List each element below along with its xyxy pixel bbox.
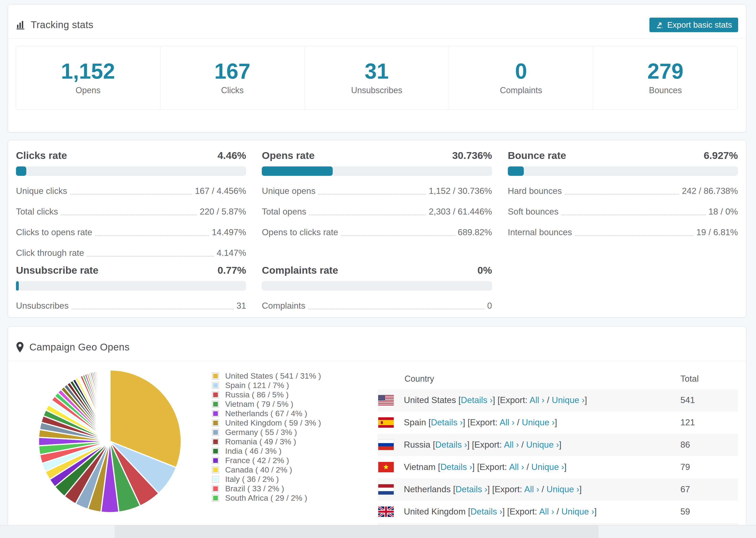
metric-row: Opens to clicks rate 689.82% [262, 227, 492, 238]
legend-item-germany[interactable]: Germany ( 55 / 3% ) [212, 428, 334, 437]
stat-label: Opens [16, 85, 160, 95]
metric-row: Unsubscribes 31 [16, 300, 246, 311]
export-unique-link[interactable]: Unique › [531, 462, 564, 472]
country-flag-icon [378, 440, 394, 450]
country-name: Russia [404, 440, 430, 450]
country-flag-icon [378, 484, 394, 495]
rate-title: Unsubscribe rate [16, 265, 98, 276]
total-cell: 59 [680, 507, 690, 517]
export-unique-link[interactable]: Unique › [526, 440, 559, 450]
export-unique-link[interactable]: Unique › [561, 507, 594, 516]
dotted-leader [341, 235, 455, 236]
rates-grid: Clicks rate 4.46% Unique clicks 167 / 4.… [16, 150, 738, 311]
progress-bar [508, 166, 738, 176]
details-link[interactable]: Details › [456, 484, 487, 494]
legend-label: United States ( 541 / 31% ) [225, 371, 321, 381]
scrollbar-thumb[interactable] [115, 525, 599, 538]
legend-item-france[interactable]: France ( 42 / 2% ) [212, 456, 334, 465]
header-title-group: Tracking stats [16, 19, 93, 30]
export-all-link[interactable]: All › [500, 418, 514, 427]
rate-value: 30.736% [452, 150, 492, 161]
legend-item-india[interactable]: India ( 46 / 3% ) [212, 447, 334, 456]
metric-label: Opens to clicks rate [262, 227, 338, 238]
stat-cell: 1,152 Opens [16, 47, 160, 109]
legend-item-netherlands[interactable]: Netherlands ( 67 / 4% ) [212, 409, 334, 418]
legend-item-spain[interactable]: Spain ( 121 / 7% ) [212, 381, 334, 390]
legend-item-russia[interactable]: Russia ( 86 / 5% ) [212, 390, 334, 400]
legend-swatch [212, 429, 219, 436]
export-all-link[interactable]: All › [504, 440, 519, 450]
country-name: United Kingdom [404, 507, 465, 516]
metric-value: 220 / 5.87% [200, 206, 246, 217]
legend-label: India ( 46 / 3% ) [225, 447, 282, 456]
legend-label: United Kingdom ( 59 / 3% ) [225, 418, 321, 427]
stat-value: 31 [305, 60, 449, 82]
stat-value: 0 [449, 60, 593, 82]
dotted-leader [87, 256, 214, 256]
column-header-country: Country [405, 374, 434, 384]
country-cell: Spain [Details ›] [Export:All › / Unique… [404, 418, 557, 427]
export-unique-link[interactable]: Unique › [552, 395, 585, 405]
export-basic-stats-button[interactable]: Export basic stats [649, 18, 738, 32]
stat-label: Bounces [593, 85, 737, 95]
country-name: Spain [404, 418, 426, 427]
rate-value: 4.46% [217, 150, 246, 161]
export-unique-link[interactable]: Unique › [522, 418, 555, 427]
details-link[interactable]: Details › [431, 418, 463, 427]
rate-panel: Bounce rate 6.927% Hard bounces 242 / 86… [508, 150, 738, 238]
stat-cell: 279 Bounces [593, 47, 737, 109]
export-all-link[interactable]: All › [529, 395, 544, 405]
metric-label: Complaints [262, 300, 305, 311]
legend-item-brazil[interactable]: Brazil ( 33 / 2% ) [212, 484, 334, 493]
metric-label: Total opens [262, 206, 306, 217]
metric-value: 31 [237, 300, 246, 311]
export-all-link[interactable]: All › [539, 507, 554, 516]
export-label: Export: [495, 484, 522, 494]
legend-item-south-africa[interactable]: South Africa ( 29 / 2% ) [212, 493, 334, 503]
legend-item-canada[interactable]: Canada ( 40 / 2% ) [212, 465, 334, 475]
progress-bar [16, 166, 246, 176]
horizontal-scrollbar[interactable] [0, 525, 756, 538]
stat-label: Unsubscribes [305, 85, 449, 95]
rate-title: Clicks rate [16, 150, 67, 161]
table-row-us: United States [Details ›] [Export:All › … [378, 389, 738, 411]
details-link[interactable]: Details › [461, 395, 493, 405]
rate-panel: Clicks rate 4.46% Unique clicks 167 / 4.… [16, 150, 246, 258]
legend-label: Netherlands ( 67 / 4% ) [225, 409, 307, 418]
legend-item-italy[interactable]: Italy ( 36 / 2% ) [212, 475, 334, 484]
metric-row: Unique clicks 167 / 4.456% [16, 186, 246, 196]
details-link[interactable]: Details › [470, 507, 503, 516]
rate-value: 0% [477, 265, 492, 276]
dotted-leader [309, 215, 426, 215]
section-title: Campaign Geo Opens [29, 342, 130, 353]
stat-value: 279 [593, 60, 737, 82]
export-all-link[interactable]: All › [524, 484, 539, 494]
details-link[interactable]: Details › [441, 462, 472, 472]
details-link[interactable]: Details › [435, 440, 467, 450]
export-label: Export: [510, 507, 537, 516]
legend-item-vietnam[interactable]: Vietnam ( 79 / 5% ) [212, 400, 334, 409]
geo-opens-table: Country Total United States [Details ›] … [378, 368, 738, 538]
legend-swatch [212, 410, 219, 417]
tracking-card-header: Tracking stats Export basic stats [8, 4, 746, 38]
stat-cell: 31 Unsubscribes [305, 47, 449, 109]
metric-row: Unique opens 1,152 / 30.736% [262, 186, 492, 196]
tracking-stats-page: Tracking stats Export basic stats 1,152 … [0, 0, 756, 538]
metric-label: Hard bounces [508, 186, 562, 196]
table-row-gb: United Kingdom [Details ›] [Export:All ›… [378, 501, 738, 523]
progress-bar [262, 166, 492, 176]
geo-card-header: Campaign Geo Opens [8, 327, 746, 361]
rate-title: Bounce rate [508, 150, 566, 161]
metric-row: Total clicks 220 / 5.87% [16, 206, 246, 217]
rate-panel-header: Complaints rate 0% [262, 265, 492, 276]
rate-panel-header: Clicks rate 4.46% [16, 150, 246, 161]
pie-slice-other[interactable] [110, 370, 110, 441]
legend-item-romania[interactable]: Romania ( 49 / 3% ) [212, 437, 334, 447]
export-all-link[interactable]: All › [509, 462, 524, 472]
export-unique-link[interactable]: Unique › [546, 484, 579, 494]
pie-legend: United States ( 541 / 31% ) Spain ( 121 … [212, 368, 334, 503]
export-label: Export: [500, 395, 527, 405]
country-cell: United States [Details ›] [Export:All › … [404, 395, 587, 405]
legend-item-united-kingdom[interactable]: United Kingdom ( 59 / 3% ) [212, 418, 334, 428]
legend-item-united-states[interactable]: United States ( 541 / 31% ) [212, 371, 334, 381]
